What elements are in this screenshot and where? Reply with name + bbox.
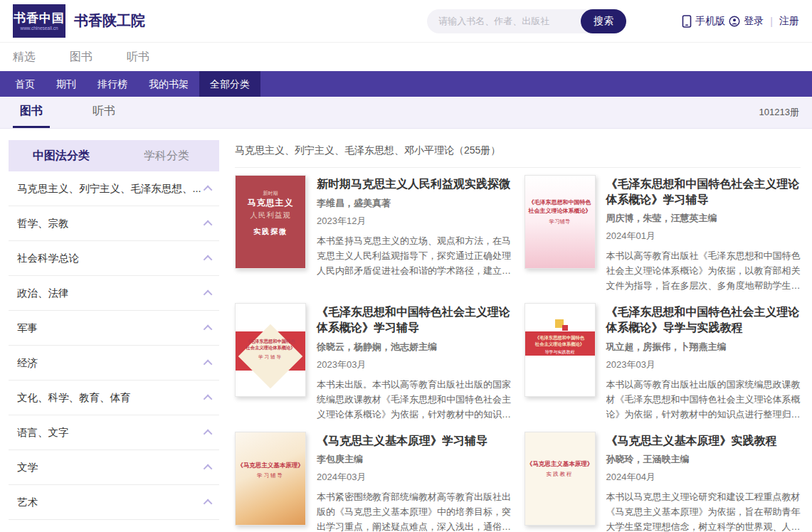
main-nav-item-1[interactable]: 首页	[4, 71, 46, 97]
cover-text: 《毛泽东思想和中国特色	[529, 198, 591, 207]
book-title[interactable]: 《毛泽东思想和中国特色社会主义理论体系概论》导学与实践教程	[606, 304, 801, 335]
logo-title: 书香中国	[14, 11, 65, 25]
book-cover[interactable]: 《毛泽东思想和中国特色社会主义理论体系概论》学习辅导	[524, 175, 596, 269]
sidebar-tab-1[interactable]: 中图法分类	[9, 140, 114, 171]
top-nav-item-3[interactable]: 听书	[127, 50, 149, 65]
link-divider: |	[770, 16, 773, 27]
book-info: 《马克思主义基本原理》实践教程孙晓玲，王涵映主编2024年04月本书以马克思主义…	[606, 432, 801, 532]
top-nav-item-2[interactable]: 图书	[70, 50, 93, 65]
category-label: 社会科学总论	[17, 252, 79, 265]
book-info: 新时期马克思主义人民利益观实践探微李维昌，盛美真著2023年12月本书坚持马克思…	[317, 175, 512, 293]
book-cover[interactable]: 《马克思主义基本原理》实践教程	[524, 432, 596, 526]
quick-links: 手机版 登录 | 注册	[682, 15, 799, 28]
sidebar-category-item[interactable]: 哲学、宗教	[9, 206, 219, 241]
sidebar-tab-2[interactable]: 学科分类	[114, 140, 219, 171]
book-cover[interactable]: 《毛泽东思想和中国特色社会主义理论体系概论》导学与实践教程	[524, 303, 596, 397]
book-info: 《毛泽东思想和中国特色社会主义理论体系概论》学习辅导徐晓云，杨静娴，池志娇主编2…	[317, 303, 512, 421]
sidebar-category-item[interactable]: 艺术	[9, 485, 219, 520]
login-link[interactable]: 登录	[744, 15, 764, 28]
search-button[interactable]: 搜索	[581, 9, 626, 33]
page-header: 书香中国 www.chineseall.cn 书香陕工院 搜索 手机版 登录 |…	[0, 0, 812, 43]
book-card[interactable]: 《毛泽东思想和中国特色社会主义理论体系概论》学习辅导《毛泽东思想和中国特色社会主…	[524, 175, 801, 293]
cover-text: 《马克思主义基本原理》	[237, 461, 304, 469]
main-nav-item-4[interactable]: 我的书架	[138, 71, 199, 97]
page-body: 中图法分类学科分类 马克思主义、列宁主义、毛泽东思想、...哲学、宗教社会科学总…	[0, 129, 812, 532]
category-label: 语言、文字	[17, 426, 69, 440]
book-description: 本书未出版。本书以高等教育出版社出版的国家统编思政课教材《毛泽东思想和中国特色社…	[317, 377, 512, 422]
sidebar-category-item[interactable]: 文化、科学、教育、体育	[9, 381, 219, 415]
category-label: 政治、法律	[17, 287, 69, 300]
register-link[interactable]: 注册	[779, 15, 799, 28]
book-title[interactable]: 新时期马克思主义人民利益观实践探微	[317, 176, 512, 192]
site-logo[interactable]: 书香中国 www.chineseall.cn	[13, 4, 65, 38]
main-nav-item-2[interactable]: 期刊	[46, 71, 87, 97]
book-description: 本书以高等教育出版社出版的国家统编思政课教材《毛泽东思想和中国特色社会主义理论体…	[606, 377, 801, 422]
book-author: 李包庚主编	[317, 453, 512, 466]
cover-text: 《毛泽东思想和中国特色	[535, 334, 584, 341]
cover-text: 新时期	[263, 190, 278, 197]
category-label: 经济	[17, 356, 38, 370]
top-nav-item-1[interactable]: 精选	[13, 50, 36, 65]
book-card[interactable]: 《毛泽东思想和中国特色社会主义理论体系概论》学习辅导《毛泽东思想和中国特色社会主…	[235, 303, 512, 421]
book-description: 本书以马克思主义理论研究和建设工程重点教材《马克思主义基本原理》为依据，旨在帮助…	[606, 489, 801, 532]
cover-text: 学习辅导	[257, 472, 284, 480]
tab-听书[interactable]: 听书	[85, 97, 122, 128]
cover-text: 社会主义理论体系概论》	[246, 344, 295, 351]
book-card[interactable]: 《马克思主义基本原理》实践教程《马克思主义基本原理》实践教程孙晓玲，王涵映主编2…	[524, 432, 801, 532]
category-sidebar: 中图法分类学科分类 马克思主义、列宁主义、毛泽东思想、...哲学、宗教社会科学总…	[9, 140, 219, 532]
book-card[interactable]: 新时期马克思主义人民利益观实践探微新时期马克思主义人民利益观实践探微李维昌，盛美…	[235, 175, 512, 293]
book-title[interactable]: 《毛泽东思想和中国特色社会主义理论体系概论》学习辅导	[606, 176, 801, 207]
total-count: 101213册	[759, 106, 799, 119]
sidebar-category-item[interactable]: 马克思主义、列宁主义、毛泽东思想、...	[9, 171, 219, 206]
user-icon	[729, 16, 740, 27]
sidebar-category-item[interactable]: 政治、法律	[9, 276, 219, 311]
main-nav-item-5[interactable]: 全部分类	[199, 71, 260, 97]
book-list-panel: 马克思主义、列宁主义、毛泽东思想、邓小平理论（255册） 新时期马克思主义人民利…	[235, 140, 801, 532]
cover-text: 人民利益观	[250, 210, 291, 220]
logo-url: www.chineseall.cn	[20, 26, 58, 31]
sidebar-tabs: 中图法分类学科分类	[9, 140, 219, 171]
sidebar-category-list: 马克思主义、列宁主义、毛泽东思想、...哲学、宗教社会科学总论政治、法律军事经济…	[9, 171, 219, 532]
chevron-up-icon	[204, 464, 213, 473]
book-description: 本书紧密围绕教育部统编教材高等教育出版社出版的《马克思主义基本原理》中的培养目标…	[317, 489, 512, 532]
sidebar-category-item[interactable]: 社会科学总论	[9, 241, 219, 276]
book-date: 2024年01月	[606, 230, 801, 243]
category-label: 艺术	[17, 496, 38, 509]
site-name: 书香陕工院	[74, 11, 145, 31]
book-title[interactable]: 《马克思主义基本原理》实践教程	[606, 433, 801, 449]
category-label: 军事	[17, 321, 38, 335]
cover-text: 《马克思主义基本原理》	[527, 459, 594, 468]
book-date: 2024年04月	[606, 471, 801, 484]
book-date: 2024年03月	[317, 471, 512, 484]
chevron-up-icon	[204, 394, 213, 403]
book-grid: 新时期马克思主义人民利益观实践探微新时期马克思主义人民利益观实践探微李维昌，盛美…	[235, 175, 801, 532]
chevron-up-icon	[204, 429, 213, 438]
tab-图书[interactable]: 图书	[13, 97, 50, 128]
chevron-up-icon	[204, 289, 213, 299]
book-card[interactable]: 《毛泽东思想和中国特色社会主义理论体系概论》导学与实践教程《毛泽东思想和中国特色…	[524, 303, 801, 421]
phone-icon	[682, 15, 692, 28]
book-title[interactable]: 《毛泽东思想和中国特色社会主义理论体系概论》学习辅导	[317, 304, 512, 335]
book-description: 本书坚持马克思主义的立场、观点和方法，在马克思主义人民利益观指导下，探究通过正确…	[317, 233, 512, 278]
book-cover[interactable]: 新时期马克思主义人民利益观实践探微	[235, 175, 306, 269]
main-nav-item-3[interactable]: 排行榜	[87, 71, 138, 97]
chevron-up-icon	[204, 359, 213, 368]
mobile-link[interactable]: 手机版	[695, 15, 725, 28]
sidebar-category-item[interactable]: 军事	[9, 311, 219, 346]
sidebar-category-item[interactable]: 历史、地理	[9, 520, 219, 532]
chevron-up-icon	[204, 255, 213, 264]
category-label: 马克思主义、列宁主义、毛泽东思想、...	[17, 182, 201, 196]
sidebar-category-item[interactable]: 文学	[9, 450, 219, 485]
book-cover[interactable]: 《毛泽东思想和中国特色社会主义理论体系概论》学习辅导	[235, 303, 306, 397]
book-author: 孙晓玲，王涵映主编	[606, 453, 801, 466]
book-title[interactable]: 《马克思主义基本原理》学习辅导	[317, 433, 512, 449]
book-author: 巩立超，房振伟，卜翔燕主编	[606, 341, 801, 353]
search-bar: 搜索	[427, 9, 626, 33]
cover-text: 社会主义理论体系概论》	[535, 341, 584, 347]
book-card[interactable]: 《马克思主义基本原理》学习辅导《马克思主义基本原理》学习辅导李包庚主编2024年…	[235, 432, 512, 532]
sidebar-category-item[interactable]: 经济	[9, 346, 219, 381]
category-label: 文学	[17, 461, 38, 474]
book-cover[interactable]: 《马克思主义基本原理》学习辅导	[235, 432, 306, 526]
category-label: 哲学、宗教	[17, 217, 69, 230]
sidebar-category-item[interactable]: 语言、文字	[9, 415, 219, 450]
